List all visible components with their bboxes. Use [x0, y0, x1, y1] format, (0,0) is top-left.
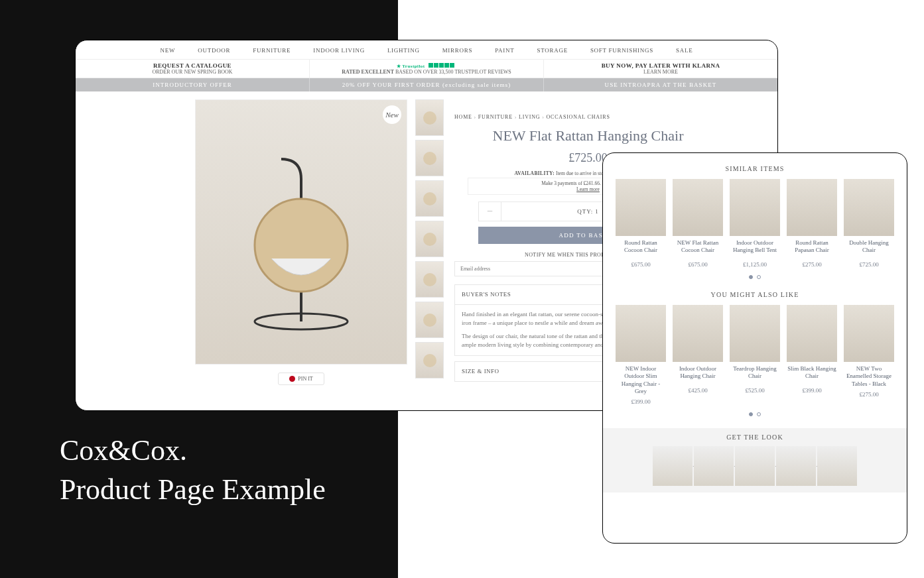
thumbnail[interactable]: [415, 221, 444, 257]
crumb[interactable]: LIVING: [519, 114, 546, 120]
product-hero-image[interactable]: New: [195, 99, 407, 365]
product-name: Indoor Outdoor Hanging Bell Tent: [730, 239, 780, 258]
dot-icon[interactable]: [749, 412, 753, 416]
promo-cell: 20% OFF YOUR FIRST ORDER (excluding sale…: [310, 78, 544, 91]
product-name: Indoor Outdoor Hanging Chair: [673, 365, 723, 384]
info-title: ★ Trustpilot: [315, 62, 538, 69]
info-subtitle: LEARN MORE: [549, 69, 772, 75]
also-like-title: YOU MIGHT ALSO LIKE: [615, 291, 895, 298]
nav-item[interactable]: OUTDOOR: [198, 47, 230, 54]
product-name: Round Rattan Cocoon Chair: [616, 239, 666, 258]
product-name: NEW Flat Rattan Cocoon Chair: [673, 239, 723, 258]
info-title: BUY NOW, PAY LATER WITH KLARNA: [549, 62, 772, 69]
crumb[interactable]: FURNITURE: [478, 114, 519, 120]
product-thumb: [616, 179, 666, 236]
product-price: £725.00: [844, 261, 894, 268]
thumbnail-strip: [415, 99, 444, 385]
nav-item[interactable]: INDOOR LIVING: [313, 47, 365, 54]
nav-item[interactable]: FURNITURE: [253, 47, 291, 54]
dot-icon[interactable]: [749, 275, 753, 279]
promo-cell: INTRODUCTORY OFFER: [76, 78, 310, 91]
product-price: £525.00: [730, 387, 780, 394]
look-item[interactable]: [817, 446, 857, 486]
catalogue-link[interactable]: REQUEST A CATALOGUE ORDER OUR NEW SPRING…: [76, 60, 310, 78]
svg-point-2: [423, 111, 436, 125]
breadcrumb: HOME FURNITURE LIVING OCCASIONAL CHAIRS: [454, 114, 722, 120]
trustpilot-link[interactable]: ★ Trustpilot RATED EXCELLENT BASED ON OV…: [310, 60, 544, 78]
product-card[interactable]: Slim Black Hanging Chair£399.00: [787, 305, 837, 405]
thumbnail[interactable]: [415, 342, 444, 378]
accordion-title: BUYER'S NOTES: [462, 291, 511, 298]
product-card[interactable]: Indoor Outdoor Hanging Bell Tent£1,125.0…: [730, 179, 780, 268]
similar-items-title: SIMILAR ITEMS: [615, 165, 895, 172]
product-thumb: [673, 179, 723, 236]
look-item[interactable]: [694, 446, 734, 486]
product-price: £1,125.00: [730, 261, 780, 268]
slide-caption: Cox&Cox. Product Page Example: [60, 431, 326, 510]
qty-decrease-button[interactable]: −: [479, 202, 501, 221]
product-card[interactable]: NEW Flat Rattan Cocoon Chair£675.00: [673, 179, 723, 268]
product-thumb: [730, 179, 780, 236]
product-thumb: [844, 179, 894, 236]
thumbnail[interactable]: [415, 302, 444, 338]
svg-point-3: [423, 152, 436, 165]
also-like-pagination[interactable]: [615, 410, 895, 418]
look-item[interactable]: [735, 446, 775, 486]
klarna-info-link[interactable]: BUY NOW, PAY LATER WITH KLARNA LEARN MOR…: [544, 60, 777, 78]
thumbnail[interactable]: [415, 140, 444, 176]
look-item[interactable]: [776, 446, 816, 486]
product-card[interactable]: Teardrop Hanging Chair£525.00: [730, 305, 780, 405]
nav-item[interactable]: NEW: [161, 47, 176, 54]
product-thumb: [730, 305, 780, 362]
nav-item[interactable]: SOFT FURNISHINGS: [590, 47, 653, 54]
product-price: £275.00: [844, 391, 894, 398]
product-name: Slim Black Hanging Chair: [787, 365, 837, 384]
thumbnail[interactable]: [415, 261, 444, 298]
product-price: £675.00: [673, 261, 723, 268]
nav-item[interactable]: PAINT: [495, 47, 514, 54]
product-card[interactable]: Double Hanging Chair£725.00: [844, 179, 894, 268]
thumbnail[interactable]: [415, 180, 444, 217]
thumbnail[interactable]: [415, 99, 444, 136]
new-badge: New: [383, 105, 401, 124]
recommendations-panel: SIMILAR ITEMS Round Rattan Cocoon Chair£…: [602, 152, 907, 544]
product-name: Teardrop Hanging Chair: [730, 365, 780, 384]
dot-icon[interactable]: [757, 275, 761, 279]
nav-item[interactable]: SALE: [676, 47, 693, 54]
look-item[interactable]: [653, 446, 693, 486]
caption-line-2: Product Page Example: [60, 473, 326, 506]
hanging-chair-icon: [235, 152, 367, 338]
product-card[interactable]: NEW Indoor Outdoor Slim Hanging Chair - …: [616, 305, 666, 405]
pin-it-button[interactable]: PIN IT: [278, 373, 324, 385]
accordion-title: SIZE & INFO: [462, 368, 499, 375]
product-price: £399.00: [616, 398, 666, 405]
product-card[interactable]: Indoor Outdoor Hanging Chair£425.00: [673, 305, 723, 405]
get-the-look-title: GET THE LOOK: [603, 434, 907, 441]
also-like-grid: NEW Indoor Outdoor Slim Hanging Chair - …: [615, 305, 895, 405]
product-price: £275.00: [787, 261, 837, 268]
category-nav: NEW OUTDOOR FURNITURE INDOOR LIVING LIGH…: [76, 40, 777, 60]
crumb[interactable]: OCCASIONAL CHAIRS: [546, 114, 610, 120]
product-name: NEW Indoor Outdoor Slim Hanging Chair - …: [616, 365, 666, 395]
crumb[interactable]: HOME: [454, 114, 478, 120]
product-name: Round Rattan Papasan Chair: [787, 239, 837, 258]
nav-item[interactable]: MIRRORS: [442, 47, 473, 54]
nav-item[interactable]: STORAGE: [537, 47, 567, 54]
info-title: REQUEST A CATALOGUE: [81, 62, 304, 69]
svg-point-1: [255, 199, 348, 292]
promo-cell: USE INTROAPRA AT THE BASKET: [544, 78, 777, 91]
nav-item[interactable]: LIGHTING: [387, 47, 420, 54]
product-card[interactable]: Round Rattan Papasan Chair£275.00: [787, 179, 837, 268]
product-card[interactable]: Round Rattan Cocoon Chair£675.00: [616, 179, 666, 268]
svg-point-4: [423, 192, 436, 205]
svg-point-7: [423, 314, 436, 327]
pin-it-label: PIN IT: [298, 376, 312, 382]
svg-point-6: [423, 273, 436, 286]
product-thumb: [616, 305, 666, 362]
similar-pagination[interactable]: [615, 273, 895, 280]
product-thumb: [787, 179, 837, 236]
product-card[interactable]: NEW Two Enamelled Storage Tables - Black…: [844, 305, 894, 405]
similar-items-grid: Round Rattan Cocoon Chair£675.00 NEW Fla…: [615, 179, 895, 268]
trustpilot-stars-icon: [429, 63, 454, 68]
dot-icon[interactable]: [757, 412, 761, 416]
